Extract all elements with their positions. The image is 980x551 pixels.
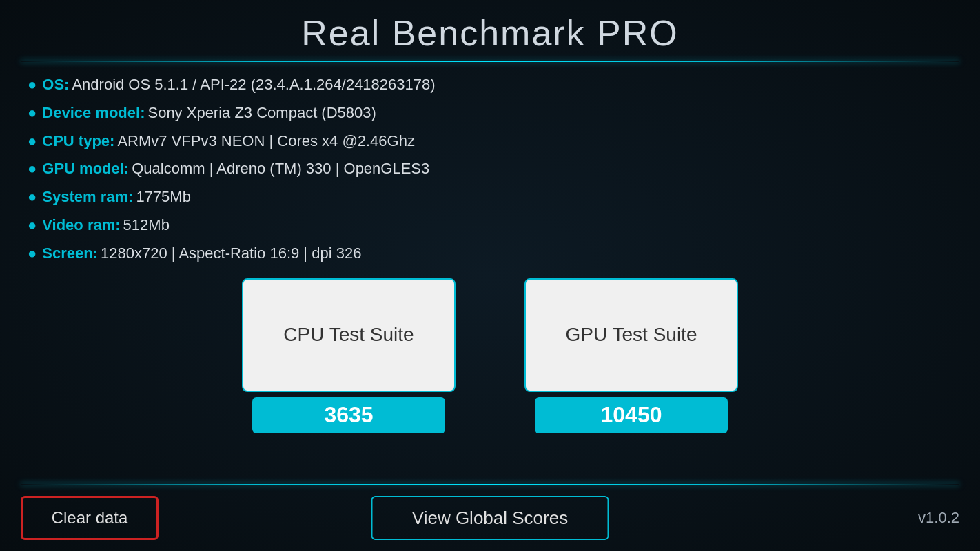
- screen-row: ● Screen: 1280x720 | Aspect-Ratio 16:9 |…: [28, 243, 952, 264]
- footer-area: Clear data View Global Scores v1.0.2: [0, 485, 980, 551]
- cpu-row: ● CPU type: ARMv7 VFPv3 NEON | Cores x4 …: [28, 131, 952, 152]
- vram-row: ● Video ram: 512Mb: [28, 215, 952, 236]
- cpu-label: CPU type:: [42, 131, 114, 152]
- version-label: v1.0.2: [918, 509, 959, 527]
- os-label: OS:: [42, 74, 69, 96]
- clear-data-button[interactable]: Clear data: [21, 496, 159, 540]
- os-bullet: ●: [28, 74, 37, 96]
- device-value: Sony Xperia Z3 Compact (D5803): [147, 103, 376, 124]
- gpu-suite-container: GPU Test Suite 10450: [524, 278, 738, 433]
- ram-label: System ram:: [42, 187, 133, 208]
- cpu-suite-container: CPU Test Suite 3635: [242, 278, 456, 433]
- gpu-label: GPU model:: [42, 158, 129, 180]
- vram-label: Video ram:: [42, 215, 120, 236]
- view-global-scores-button[interactable]: View Global Scores: [371, 496, 609, 540]
- title-area: Real Benchmark PRO: [0, 0, 980, 61]
- cpu-score-badge: 3635: [252, 397, 445, 433]
- screen-bullet: ●: [28, 243, 37, 264]
- gpu-value: Qualcomm | Adreno (TM) 330 | OpenGLES3: [132, 158, 429, 180]
- screen-value: 1280x720 | Aspect-Ratio 16:9 | dpi 326: [101, 243, 361, 264]
- device-row: ● Device model: Sony Xperia Z3 Compact (…: [28, 103, 952, 124]
- ram-bullet: ●: [28, 187, 37, 208]
- vram-bullet: ●: [28, 215, 37, 236]
- os-row: ● OS: Android OS 5.1.1 / API-22 (23.4.A.…: [28, 74, 952, 96]
- device-bullet: ●: [28, 103, 37, 124]
- device-label: Device model:: [42, 103, 145, 124]
- cpu-value: ARMv7 VFPv3 NEON | Cores x4 @2.46Ghz: [117, 131, 415, 152]
- gpu-score-badge: 10450: [535, 397, 728, 433]
- screen-label: Screen:: [42, 243, 98, 264]
- vram-value: 512Mb: [123, 215, 170, 236]
- suites-area: CPU Test Suite 3635 GPU Test Suite 10450: [28, 271, 952, 433]
- gpu-test-suite-button[interactable]: GPU Test Suite: [524, 278, 738, 392]
- app-title: Real Benchmark PRO: [0, 12, 980, 54]
- cpu-test-suite-button[interactable]: CPU Test Suite: [242, 278, 456, 392]
- gpu-row: ● GPU model: Qualcomm | Adreno (TM) 330 …: [28, 158, 952, 180]
- ram-value: 1775Mb: [136, 187, 191, 208]
- info-section: ● OS: Android OS 5.1.1 / API-22 (23.4.A.…: [0, 62, 980, 474]
- ram-row: ● System ram: 1775Mb: [28, 187, 952, 208]
- gpu-bullet: ●: [28, 158, 37, 180]
- os-value: Android OS 5.1.1 / API-22 (23.4.A.1.264/…: [72, 74, 435, 96]
- cpu-bullet: ●: [28, 131, 37, 152]
